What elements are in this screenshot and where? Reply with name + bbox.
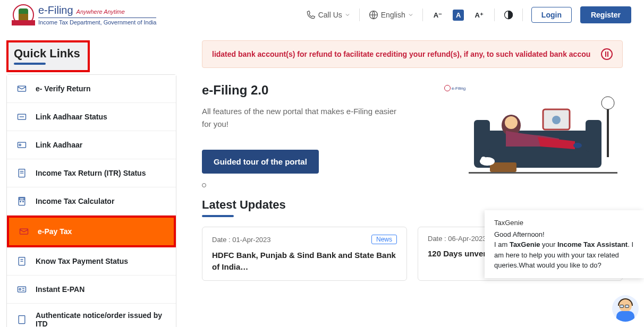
card-icon [15, 139, 28, 151]
sidebar-item-payment-status[interactable]: Know Tax Payment Status [7, 247, 176, 276]
quick-links-list: e- Verify Return Link Aadhaar Status Lin… [6, 74, 176, 327]
hero-left: e-Filing 2.0 All features of the new por… [202, 83, 431, 190]
phone-icon [306, 10, 316, 20]
sidebar-item-label: Income Tax Calculator [36, 197, 114, 205]
svg-rect-23 [586, 120, 601, 152]
separator [359, 8, 360, 21]
brand-title: e-Filing [38, 4, 73, 16]
calculator-icon [15, 195, 28, 208]
svg-rect-14 [20, 229, 28, 234]
svg-rect-20 [19, 316, 25, 324]
sidebar-item-label: Income Tax Return (ITR) Status [36, 169, 146, 177]
register-button[interactable]: Register [580, 6, 631, 23]
sidebar-item-tax-calculator[interactable]: Income Tax Calculator [7, 187, 176, 216]
carousel-indicator[interactable] [202, 183, 206, 187]
svg-point-29 [505, 116, 518, 129]
svg-point-25 [552, 116, 561, 124]
chat-greeting: Good Afternoon! [494, 229, 637, 240]
sidebar-item-label: e-Pay Tax [38, 227, 72, 236]
sidebar-item-highlight-box: e-Pay Tax [7, 216, 176, 247]
sidebar-item-label: Know Tax Payment Status [36, 257, 128, 265]
epay-icon [18, 225, 30, 238]
sidebar-item-label: e- Verify Return [36, 84, 90, 93]
header: e-Filing Anywhere Anytime Income Tax Dep… [0, 0, 644, 30]
hero-description: All features of the new portal that make… [202, 105, 399, 131]
svg-rect-26 [607, 104, 609, 157]
content: Quick Links e- Verify Return Link Aadhaa… [0, 30, 644, 327]
font-default-button[interactable]: A [453, 10, 464, 21]
sidebar-item-label: Link Aadhaar Status [36, 113, 107, 121]
news-badge: News [371, 235, 397, 244]
pause-icon[interactable] [601, 48, 613, 60]
brand-tagline: Anywhere Anytime [77, 8, 125, 15]
logo-text: e-Filing Anywhere Anytime Income Tax Dep… [38, 4, 156, 25]
chevron-down-icon [344, 12, 351, 18]
separator [494, 8, 495, 21]
chat-avatar-icon[interactable] [612, 295, 639, 322]
receipt-icon [15, 255, 28, 268]
separator [422, 8, 423, 21]
font-increase-button[interactable]: A⁺ [472, 10, 485, 20]
svg-point-27 [601, 97, 614, 109]
update-date: Date : 06-Apr-2023 [428, 235, 487, 243]
login-button[interactable]: Login [531, 7, 572, 23]
sidebar-item-authenticate-notice[interactable]: Authenticate notice/order issued by ITD [7, 304, 176, 327]
main: lidated bank account(s) for refund to fa… [186, 40, 644, 327]
person-on-couch-icon [463, 93, 623, 178]
language-dropdown[interactable]: English [368, 10, 414, 20]
header-right: Call Us English A⁻ A A⁺ Login Register [306, 6, 631, 23]
guided-tour-button[interactable]: Guided tour of the portal [202, 150, 319, 174]
sidebar-item-epay-tax[interactable]: e-Pay Tax [9, 218, 174, 245]
hero-illustration: e-Filing [442, 83, 623, 178]
card-status-icon [15, 110, 28, 123]
call-us-dropdown[interactable]: Call Us [306, 10, 351, 20]
svg-point-13 [23, 201, 24, 202]
quick-links-heading-highlight: Quick Links [6, 40, 90, 72]
hero: e-Filing 2.0 All features of the new por… [202, 83, 623, 190]
sidebar-item-link-aadhaar-status[interactable]: Link Aadhaar Status [7, 103, 176, 131]
sidebar-item-instant-epan[interactable]: Instant E-PAN [7, 276, 176, 304]
svg-rect-34 [469, 172, 617, 174]
notice-marquee: lidated bank account(s) for refund to fa… [202, 40, 623, 68]
mini-logo-icon: e-Filing [444, 85, 465, 91]
svg-point-17 [19, 288, 21, 290]
brand-sub: Income Tax Department, Government of Ind… [38, 18, 156, 25]
svg-point-6 [19, 144, 21, 145]
hero-title: e-Filing 2.0 [202, 83, 431, 98]
update-headline: HDFC Bank, Punjab & Sind Bank and State … [212, 249, 397, 273]
font-decrease-button[interactable]: A⁻ [431, 10, 444, 20]
chat-message: I am TaxGenie your Income Tax Assistant.… [494, 239, 637, 271]
id-card-icon [15, 283, 28, 296]
svg-point-33 [481, 157, 486, 162]
sidebar-item-verify-return[interactable]: e- Verify Return [7, 75, 176, 103]
update-date: Date : 01-Apr-2023 [212, 236, 271, 244]
svg-point-30 [573, 143, 582, 148]
emblem-icon [13, 4, 34, 25]
chat-bot-name: TaxGenie [494, 218, 637, 228]
call-us-label: Call Us [318, 11, 342, 19]
svg-point-12 [20, 201, 21, 202]
title-underline [202, 215, 234, 217]
sidebar-item-itr-status[interactable]: Income Tax Return (ITR) Status [7, 159, 176, 187]
language-label: English [381, 11, 405, 19]
svg-rect-2 [18, 86, 26, 91]
svg-rect-11 [20, 198, 24, 200]
envelope-check-icon [15, 82, 28, 95]
document-status-icon [15, 167, 28, 179]
title-underline [14, 63, 46, 65]
quick-links-title: Quick Links [14, 47, 80, 61]
sidebar-item-label: Link Aadhaar [36, 141, 82, 149]
contrast-icon[interactable] [503, 10, 514, 20]
logo-block[interactable]: e-Filing Anywhere Anytime Income Tax Dep… [13, 4, 156, 25]
sidebar: Quick Links e- Verify Return Link Aadhaa… [0, 40, 186, 327]
update-card[interactable]: Date : 01-Apr-2023 News HDFC Bank, Punja… [202, 227, 407, 281]
sidebar-item-label: Authenticate notice/order issued by ITD [36, 311, 167, 327]
sidebar-item-link-aadhaar[interactable]: Link Aadhaar [7, 131, 176, 159]
notice-text: lidated bank account(s) for refund to fa… [212, 50, 590, 58]
sidebar-item-label: Instant E-PAN [36, 285, 84, 294]
chat-popup[interactable]: TaxGenie Good Afternoon! I am TaxGenie y… [485, 210, 644, 278]
svg-rect-22 [474, 120, 490, 152]
separator [522, 8, 523, 21]
stamp-icon [15, 313, 28, 326]
globe-icon [368, 10, 379, 20]
